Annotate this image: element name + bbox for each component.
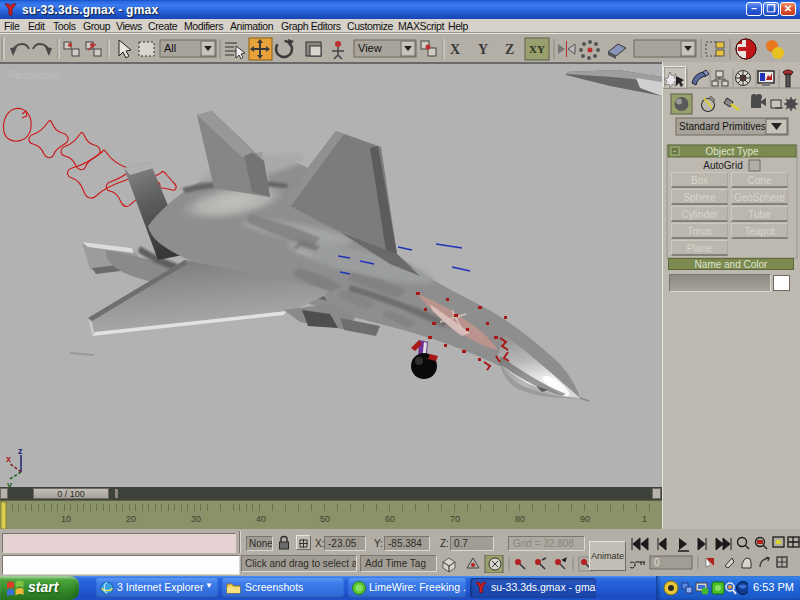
svg-text:Perspective: Perspective: [8, 70, 61, 81]
svg-text:Object Type: Object Type: [705, 146, 759, 157]
svg-text:x: x: [6, 454, 11, 464]
svg-text:y: y: [7, 480, 12, 487]
svg-text:Z: Z: [505, 42, 514, 57]
svg-text:0: 0: [654, 557, 660, 568]
svg-text:XY: XY: [529, 43, 545, 55]
svg-text:z: z: [18, 446, 23, 456]
svg-text:Y: Y: [478, 42, 488, 57]
svg-text:-: -: [673, 146, 676, 156]
svg-text:All: All: [164, 42, 176, 54]
svg-text:Standard Primitives: Standard Primitives: [679, 121, 766, 132]
svg-text:X: X: [450, 42, 460, 57]
svg-text:View: View: [358, 42, 382, 54]
svg-text:AutoGrid: AutoGrid: [703, 160, 742, 171]
